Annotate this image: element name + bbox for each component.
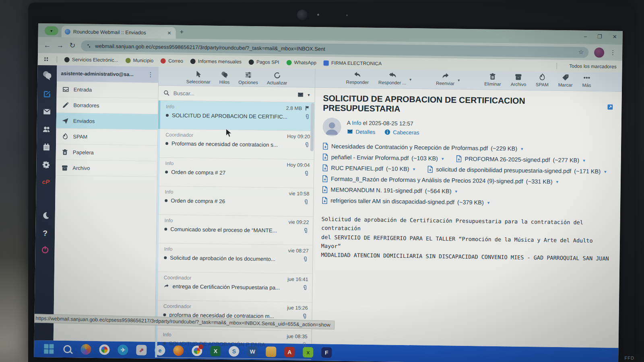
message-row[interactable]: Infovie 08:27 Solicitud de aprobación de…	[156, 243, 313, 274]
copilot-icon[interactable]	[80, 344, 91, 354]
attachment-item[interactable]: Formato_8_Razón de Proformas y Análisis …	[322, 175, 558, 185]
message-from: Info	[163, 332, 287, 339]
calendar-icon[interactable]	[42, 143, 50, 153]
bookmark-item[interactable]: Pagos SPI	[249, 59, 279, 65]
search-bar[interactable]: Buscar... ▾	[159, 86, 315, 103]
tab-group-button[interactable]: ▾	[45, 26, 58, 35]
more-button[interactable]: Más	[582, 72, 591, 88]
start-button[interactable]	[43, 343, 54, 354]
bookmark-item[interactable]: Informes mensuales	[190, 58, 242, 65]
open-external-icon[interactable]	[607, 103, 613, 110]
bookmark-item[interactable]: Correo	[161, 58, 183, 64]
browser-menu-icon[interactable]: ⋮	[610, 49, 616, 56]
bookmark-item[interactable]: FIRMA ELECTRONICA	[324, 60, 382, 66]
attachment-item[interactable]: PROFORMA 26-2025-signed.pdf(~277 KB)▾	[456, 155, 585, 164]
chevron-down-icon[interactable]: ▾	[583, 158, 585, 163]
list-scrollbar[interactable]	[310, 103, 314, 151]
minimize-button[interactable]: –	[584, 33, 587, 39]
reply-all-button[interactable]: Responder ...▾	[378, 70, 407, 85]
new-tab-button[interactable]: +	[180, 29, 184, 36]
chevron-down-icon[interactable]: ▾	[487, 200, 490, 205]
chrome-icon[interactable]	[99, 344, 109, 355]
bookmark-favicon	[287, 60, 292, 65]
message-subject: Solicitud de aprobación de los documento…	[170, 255, 299, 262]
firma-app-icon[interactable]: F	[321, 347, 332, 358]
attachment-item[interactable]: MEMORANDUM N. 191-signed.pdf(~564 KB)▾	[322, 186, 458, 195]
taskbar-search-icon[interactable]	[62, 344, 72, 354]
browser-tab[interactable]: Roundcube Webmail :: Enviados ✕	[62, 26, 176, 39]
bookmark-item[interactable]: WhatsApp	[287, 60, 317, 66]
message-row[interactable]: Infovie 09:22 Comunicado sobre el proces…	[157, 215, 313, 245]
contacts-icon[interactable]	[42, 125, 51, 135]
forward-button[interactable]: Reenviar▾	[436, 70, 455, 86]
mail-scope-icon[interactable]	[297, 91, 304, 98]
message-row[interactable]: Info 2.8 MB SOLICITUD DE APROBACION DE C…	[158, 101, 315, 131]
threads-button[interactable]: Hilos	[219, 68, 230, 86]
message-row[interactable]: CoordinadorHoy 09:20 Proformas de necesi…	[158, 129, 314, 160]
chevron-down-icon[interactable]: ▾	[413, 167, 415, 172]
help-icon[interactable]: ?	[43, 229, 47, 238]
folder-archivo[interactable]: Archivo	[56, 160, 157, 177]
select-button[interactable]: Seleccionar	[186, 67, 211, 86]
account-menu-icon[interactable]: ⋮	[147, 71, 153, 78]
chevron-down-icon[interactable]: ▾	[455, 189, 457, 194]
compose-icon[interactable]	[43, 90, 51, 100]
folder-papelera[interactable]: Papelera	[56, 144, 157, 161]
headers-toggle[interactable]: Cabeceras	[384, 129, 419, 136]
delete-button[interactable]: Eliminar	[484, 71, 501, 87]
reply-button[interactable]: Responder	[346, 69, 369, 85]
attachment-item[interactable]: RUC PENAFIEL.pdf(~10 KB)▾	[322, 164, 415, 173]
chevron-down-icon[interactable]: ▾	[556, 179, 559, 184]
chevron-down-icon[interactable]: ▾	[308, 92, 310, 97]
mark-button[interactable]: Marcar	[558, 72, 573, 87]
message-body: Solicitud de aprobación de Certificación…	[321, 214, 612, 263]
chevron-down-icon[interactable]: ▾	[521, 146, 523, 151]
refresh-button[interactable]: Actualizar	[267, 68, 287, 87]
browser-profile-avatar[interactable]	[594, 47, 604, 58]
close-button[interactable]: ✕	[613, 34, 617, 40]
mail-icon[interactable]	[42, 107, 51, 117]
dark-mode-moon-icon[interactable]	[41, 211, 50, 221]
chevron-down-icon[interactable]: ▾	[442, 156, 444, 161]
site-settings-icon[interactable]	[86, 43, 92, 49]
folder-enviados[interactable]: Enviados	[56, 113, 158, 130]
chevron-down-icon[interactable]: ▾	[604, 169, 607, 174]
telegram-icon[interactable]: ✈	[118, 345, 128, 355]
details-toggle[interactable]: Detalles	[347, 128, 375, 135]
reload-button[interactable]: ↻	[69, 42, 75, 49]
message-row[interactable]: Infovie 10:58 Orden de compra # 26	[157, 186, 314, 217]
maximize-button[interactable]: ❐	[597, 33, 602, 39]
flag-icon[interactable]	[304, 105, 310, 111]
message-row[interactable]: Infojue 08:35 SOLICITUD DE APROBACIÓN P …	[155, 329, 312, 360]
account-header[interactable]: asistente-administrativo@sa... ⋮	[57, 66, 159, 83]
attachment-item[interactable]: Necesidades de Contratación y Recepción …	[322, 142, 523, 152]
all-bookmarks-button[interactable]: Todos los marcadores	[569, 63, 617, 70]
publisher-app-icon[interactable]: ⇗	[136, 345, 147, 355]
folder-entrada[interactable]: Entrada	[57, 82, 158, 99]
spam-button[interactable]: SPAM	[536, 72, 549, 87]
chevron-down-icon[interactable]: ▾	[458, 78, 460, 82]
message-row[interactable]: InfoHoy 09:04 Orden de compra # 27	[157, 158, 314, 188]
bookmark-item[interactable]: Servicios Electrónic...	[64, 57, 118, 63]
options-button[interactable]: Opciones	[238, 68, 258, 87]
cpanel-icon[interactable]: cP	[42, 178, 50, 185]
attachment-item[interactable]: peñafiel - Enviar Proforma.pdf(~103 KB)▾	[322, 153, 444, 162]
message-row[interactable]: Coordinadorjue 16:41 entrega de Certific…	[156, 272, 312, 302]
archive-button[interactable]: Archivo	[511, 71, 526, 86]
attachment-item[interactable]: solicitud de disponibilidad presupuestar…	[427, 166, 607, 175]
folder-spam[interactable]: SPAM	[56, 129, 157, 146]
folder-panel: asistente-administrativo@sa... ⋮ Entrada…	[54, 66, 159, 342]
folder-borradores[interactable]: Borradores	[56, 97, 158, 114]
tab-close-icon[interactable]: ✕	[166, 30, 173, 36]
forward-button[interactable]: →	[56, 42, 64, 49]
settings-gear-icon[interactable]	[42, 160, 50, 171]
logout-power-icon[interactable]	[41, 245, 49, 255]
chevron-down-icon[interactable]: ▾	[409, 77, 411, 82]
bookmark-item[interactable]: Municipio	[125, 58, 153, 64]
attachment-item[interactable]: refrigerios taller AM sin discapacidad-s…	[322, 197, 489, 206]
unread-dot	[165, 171, 168, 173]
apps-grid-icon[interactable]	[43, 56, 50, 62]
back-button[interactable]: ←	[43, 41, 51, 49]
bookmark-star-icon[interactable]: ☆	[578, 49, 584, 56]
recipient-link[interactable]: Info	[352, 119, 361, 126]
